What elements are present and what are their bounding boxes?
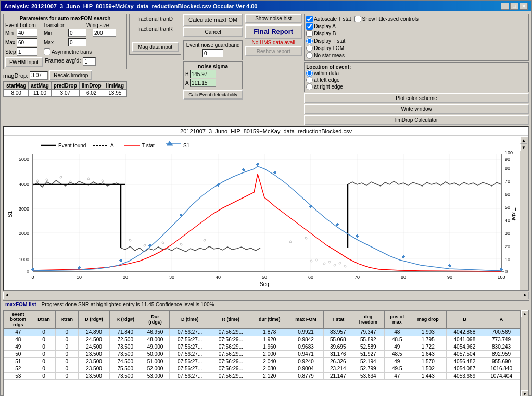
display-a-label: Display A: [314, 23, 336, 29]
col-d-rdg: D (rdg#): [78, 311, 109, 329]
h-scrollbar[interactable]: ◄ ►: [3, 291, 529, 299]
svg-text:20: 20: [123, 275, 128, 280]
at-right-radio[interactable]: [306, 83, 313, 90]
status-bar: maxFOM list Progress: done SNR at highli…: [3, 300, 529, 308]
table-header-row: eventbottomrdgs Dtran Rtran D (rdg#) R (…: [4, 311, 520, 329]
at-left-radio[interactable]: [306, 77, 313, 83]
svg-text:100: 100: [505, 150, 513, 155]
plot-color-btn[interactable]: Plot color scheme: [304, 93, 529, 103]
event-bottom-max-input[interactable]: [17, 38, 37, 46]
transition-min-input[interactable]: [68, 29, 86, 37]
scroll-right-btn[interactable]: ►: [522, 292, 529, 299]
table-scrollbar[interactable]: ▲ ▼: [521, 310, 529, 396]
table-row[interactable]: 480024.50072.50048.00007:56:27...07:56:2…: [4, 336, 520, 343]
table-row[interactable]: 520023.50075.50052.00007:56:27...07:56:2…: [4, 365, 520, 373]
results-table: eventbottomrdgs Dtran Rtran D (rdg#) R (…: [4, 310, 520, 380]
main-content: Parameters for auto maxFOM search Event …: [1, 11, 531, 396]
show-little-checkbox[interactable]: [354, 16, 361, 22]
scroll-up-btn[interactable]: ▲: [520, 137, 527, 144]
trans-max-label: Max: [44, 40, 67, 45]
svg-point-82: [144, 244, 146, 246]
no-stat-radio[interactable]: [306, 52, 313, 59]
within-data-label: within data: [314, 70, 339, 76]
params-title: Parameters for auto maxFOM search: [5, 16, 125, 21]
magdrop-label: magDrop:: [3, 72, 28, 79]
table-row[interactable]: 490024.50073.50049.00007:56:27...07:56:2…: [4, 343, 520, 351]
report-section: Show noise hist Final Report No HMS data…: [245, 14, 302, 125]
svg-marker-72: [402, 255, 405, 258]
calculate-btn[interactable]: Calculate maxFOM: [183, 14, 243, 26]
svg-text:1000: 1000: [19, 257, 29, 262]
svg-marker-62: [119, 259, 122, 262]
close-btn[interactable]: ✕: [520, 3, 528, 10]
display-a-checkbox[interactable]: [306, 23, 313, 30]
transition-max-input[interactable]: [68, 38, 86, 46]
chart-scrollbar[interactable]: ▲ ▼: [520, 137, 528, 290]
show-noise-hist-btn[interactable]: Show noise hist: [245, 14, 302, 23]
write-window-btn[interactable]: Write window: [304, 104, 529, 114]
svg-text:70: 70: [505, 179, 510, 184]
table-row[interactable]: 510023.50074.50051.00007:56:27...07:56:2…: [4, 358, 520, 365]
final-report-btn[interactable]: Final Report: [245, 24, 302, 39]
svg-marker-61: [78, 266, 81, 269]
table-scroll-up[interactable]: ▲: [521, 310, 528, 317]
svg-marker-71: [356, 234, 359, 238]
asymmetric-checkbox[interactable]: [44, 48, 50, 55]
col-r-rdg: R (rdg#): [110, 311, 141, 329]
maximize-btn[interactable]: □: [510, 3, 518, 10]
svg-text:90: 90: [447, 275, 452, 280]
star-mag-panel: starMag astMag predDrop limDrop limMag 8…: [3, 81, 127, 97]
autoscale-checkbox[interactable]: [306, 16, 313, 22]
reshow-report-btn[interactable]: Reshow report: [245, 46, 302, 56]
svg-point-87: [305, 237, 307, 239]
event-noise-input[interactable]: [202, 49, 223, 57]
mid-section: fractional tranD fractional tranR Mag da…: [129, 14, 181, 125]
svg-point-76: [46, 179, 48, 181]
svg-text:20: 20: [505, 244, 510, 249]
display-fom-radio[interactable]: [306, 45, 313, 52]
svg-text:4000: 4000: [19, 182, 29, 187]
data-table[interactable]: eventbottomrdgs Dtran Rtran D (rdg#) R (…: [3, 310, 521, 396]
within-data-radio[interactable]: [306, 70, 313, 77]
table-row[interactable]: 470024.89071.84046.95007:56:27...07:56:2…: [4, 329, 520, 336]
autoscale-label: Autoscale T stat: [314, 16, 351, 22]
window-controls: _ □ ✕: [501, 3, 528, 10]
calc-event-btn[interactable]: Calc Event detectability: [183, 90, 243, 100]
svg-point-92: [334, 264, 336, 266]
star-mag-value: 8.00: [4, 90, 29, 97]
noise-sigma-label: noise sigma: [185, 64, 240, 69]
mag-data-btn[interactable]: Mag data input: [132, 42, 179, 52]
display-b-checkbox[interactable]: [306, 30, 313, 37]
chart-area: 20121007_3_Juno_HIP_80159+McKay_data_red…: [3, 126, 529, 299]
noise-b-input[interactable]: [190, 70, 216, 78]
col-deg-freedom: degfreedom: [352, 311, 384, 329]
fwhm-input-btn[interactable]: FWHM Input: [5, 57, 43, 67]
cancel-btn[interactable]: Cancel: [183, 27, 243, 37]
magdrop-input[interactable]: [30, 71, 48, 80]
svg-text:0: 0: [27, 269, 29, 274]
svg-text:30: 30: [505, 231, 510, 236]
event-bottom-min-input[interactable]: [17, 29, 37, 37]
lim-drop-btn[interactable]: limDrop Calculator: [304, 115, 529, 125]
frames-input[interactable]: [83, 57, 96, 66]
wing-size-input[interactable]: [93, 29, 116, 37]
display-a-row: Display A: [306, 23, 527, 30]
location-panel: Location of event: within data at left e…: [304, 62, 529, 92]
table-row[interactable]: 530023.50073.50053.00007:56:27...07:56:2…: [4, 373, 520, 380]
table-row[interactable]: 500023.50073.50050.00007:56:27...07:56:2…: [4, 351, 520, 358]
minimize-btn[interactable]: _: [501, 3, 509, 10]
recalc-limdrop-btn[interactable]: Recalc limdrop: [49, 70, 92, 80]
scroll-left-btn[interactable]: ◄: [3, 292, 10, 299]
noise-a-input[interactable]: [190, 79, 216, 87]
noise-a-row: A: [185, 79, 240, 87]
ast-mag-header: astMag: [29, 82, 51, 90]
table-scroll-down[interactable]: ▼: [521, 390, 528, 396]
svg-point-93: [339, 262, 341, 264]
display-t-radio[interactable]: [306, 38, 313, 44]
lim-mag-value: 13.95: [104, 90, 126, 97]
svg-marker-67: [256, 163, 259, 166]
event-bottom-label: Event bottom: [5, 22, 42, 28]
event-bottom-step-input[interactable]: [17, 47, 37, 56]
scroll-down-btn[interactable]: ▼: [520, 144, 527, 151]
min-label: Min: [5, 30, 16, 36]
